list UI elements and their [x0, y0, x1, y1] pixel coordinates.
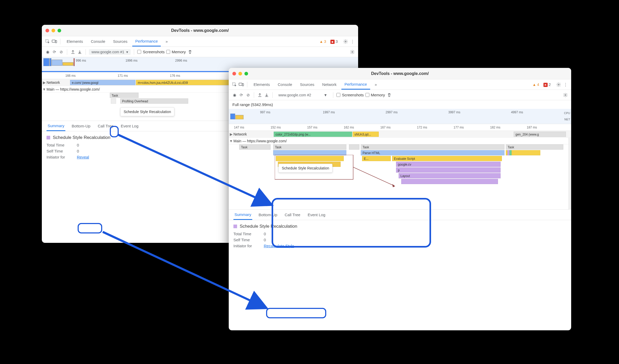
- minimize-icon[interactable]: [238, 72, 242, 75]
- gear-icon[interactable]: [563, 92, 568, 98]
- recording-name: www.google.com #2: [278, 93, 311, 97]
- gear-icon[interactable]: [343, 39, 348, 44]
- timeline-overview[interactable]: 997 ms 1997 ms 2997 ms 3997 ms 4997 ms C…: [229, 109, 571, 124]
- time-ruler[interactable]: 147 ms 152 ms 157 ms 162 ms 167 ms 172 m…: [229, 124, 571, 131]
- tab-performance[interactable]: Performance: [132, 36, 161, 46]
- device-icon[interactable]: [52, 39, 57, 44]
- initiator-reveal-link[interactable]: Reveal: [77, 155, 89, 159]
- gear-icon[interactable]: [350, 49, 355, 55]
- close-icon[interactable]: [232, 72, 236, 75]
- chevron-down-icon[interactable]: ▼: [229, 139, 233, 143]
- flame-chart[interactable]: Task Task Task Task Parse HTML E... Eval…: [229, 144, 571, 210]
- flame-bar-task[interactable]: Task: [110, 93, 139, 98]
- tab-more[interactable]: »: [372, 79, 380, 90]
- flame-bar-profiling[interactable]: Profiling Overhead: [120, 98, 188, 104]
- kebab-icon[interactable]: ⋮: [563, 82, 568, 87]
- network-span[interactable]: color_272x92dp.png (w...: [274, 132, 352, 137]
- flame-bar-fn[interactable]: p: [396, 167, 501, 173]
- track-label: Network: [47, 80, 60, 85]
- titlebar[interactable]: DevTools - www.google.com/: [42, 25, 358, 36]
- kebab-icon[interactable]: ⋮: [350, 39, 355, 44]
- warning-badge[interactable]: ▲ 4: [532, 83, 539, 87]
- record-icon[interactable]: ◉: [45, 49, 50, 55]
- flame-bar-task[interactable]: Task: [273, 144, 346, 150]
- flame-bar[interactable]: [276, 156, 344, 161]
- memory-checkbox[interactable]: Memory: [166, 50, 186, 54]
- chevron-right-icon[interactable]: ▶: [229, 132, 233, 136]
- network-span[interactable]: gen_204 (www.g: [514, 132, 566, 137]
- screenshots-checkbox[interactable]: Screenshots: [336, 93, 364, 97]
- tab-console[interactable]: Console: [275, 79, 295, 90]
- tab-performance[interactable]: Performance: [341, 79, 370, 90]
- tab-elements[interactable]: Elements: [250, 79, 273, 90]
- error-badge[interactable]: ✕2: [543, 82, 551, 87]
- detail-tab-summary[interactable]: Summary: [233, 210, 252, 220]
- network-span[interactable]: m=cdos,hsm,jsa,mb4ZUb,d,csi,cEt9: [136, 80, 240, 85]
- detail-tab-eventlog[interactable]: Event Log: [307, 210, 326, 220]
- gear-icon[interactable]: [556, 82, 561, 87]
- screenshots-checkbox[interactable]: Screenshots: [137, 50, 164, 54]
- trash-icon[interactable]: [387, 92, 392, 98]
- tab-elements[interactable]: Elements: [64, 36, 86, 46]
- reload-icon[interactable]: ⟳: [239, 92, 244, 98]
- memory-checkbox[interactable]: Memory: [365, 93, 385, 97]
- flame-bar-fn[interactable]: google.cv: [396, 162, 501, 167]
- flame-bar[interactable]: [512, 150, 540, 155]
- clear-icon[interactable]: ⊘: [245, 92, 251, 98]
- device-icon[interactable]: [239, 82, 244, 87]
- clear-icon[interactable]: ⊘: [59, 49, 64, 55]
- warning-badge[interactable]: ▲ 3: [319, 39, 326, 44]
- chevron-down-icon[interactable]: ▼: [42, 87, 47, 91]
- error-badge[interactable]: ■3: [330, 39, 338, 44]
- tab-sources[interactable]: Sources: [110, 36, 131, 46]
- chevron-right-icon[interactable]: ▶: [42, 80, 47, 85]
- detail-tab-bottomup[interactable]: Bottom-Up: [71, 121, 91, 131]
- download-icon[interactable]: [264, 92, 269, 98]
- detail-tab-calltree[interactable]: Call Tree: [97, 121, 114, 131]
- svg-point-3: [345, 41, 346, 42]
- initiator-recalc-link[interactable]: Recalculate Style: [264, 244, 294, 248]
- titlebar[interactable]: DevTools - www.google.com/: [229, 68, 571, 79]
- window-title: DevTools - www.google.com/: [42, 28, 358, 33]
- inspect-icon[interactable]: [45, 39, 50, 44]
- tab-sources[interactable]: Sources: [297, 79, 318, 90]
- inspect-icon[interactable]: [232, 82, 237, 87]
- network-span[interactable]: e.com/ (www.googl: [70, 80, 135, 85]
- flame-bar-task[interactable]: Task: [506, 144, 563, 150]
- flame-bar-task[interactable]: Task: [239, 144, 271, 150]
- detail-tab-bottomup[interactable]: Bottom-Up: [257, 210, 278, 220]
- detail-tab-calltree[interactable]: Call Tree: [284, 210, 301, 220]
- scrollbar[interactable]: [569, 138, 571, 144]
- detail-tab-summary[interactable]: Summary: [47, 121, 65, 131]
- minimize-icon[interactable]: [51, 29, 55, 32]
- close-icon[interactable]: [45, 29, 49, 32]
- recording-selector[interactable]: www.google.com #1▾: [89, 49, 131, 55]
- flame-bar-evaluate[interactable]: E...: [362, 156, 391, 161]
- main-track-header[interactable]: ▼ Main — https://www.google.com/: [229, 138, 571, 144]
- reload-icon[interactable]: ⟳: [52, 49, 57, 55]
- timeline-tick: 997 ms: [260, 110, 270, 114]
- trash-icon[interactable]: [187, 49, 193, 55]
- flame-bar-layout[interactable]: Layout: [399, 173, 501, 178]
- flame-bar-parse[interactable]: Parse HTML: [361, 150, 505, 155]
- network-span[interactable]: sNUn3,qd...: [353, 132, 379, 137]
- download-icon[interactable]: [77, 49, 82, 55]
- detail-tab-eventlog[interactable]: Event Log: [120, 121, 140, 131]
- network-track-header[interactable]: ▶ Network color_272x92dp.png (w... sNUn3…: [229, 131, 571, 138]
- flame-bar[interactable]: [273, 150, 346, 155]
- recording-selector[interactable]: www.google.com #2 ▼: [276, 92, 330, 98]
- maximize-icon[interactable]: [244, 72, 248, 75]
- tab-network[interactable]: Network: [319, 79, 340, 90]
- flame-bar[interactable]: [349, 144, 359, 150]
- tab-console[interactable]: Console: [88, 36, 108, 46]
- flame-bar-task[interactable]: Task: [361, 144, 505, 150]
- record-icon[interactable]: ◉: [232, 92, 237, 98]
- flame-bar-evaluate[interactable]: Evaluate Script: [392, 156, 502, 161]
- upload-icon[interactable]: [70, 49, 76, 55]
- flame-bar-selected[interactable]: [111, 98, 116, 104]
- upload-icon[interactable]: [257, 92, 262, 98]
- tab-more[interactable]: »: [162, 36, 171, 46]
- maximize-icon[interactable]: [58, 29, 61, 32]
- flame-bar[interactable]: [401, 179, 498, 184]
- ruler-tick: 187 ms: [527, 126, 537, 129]
